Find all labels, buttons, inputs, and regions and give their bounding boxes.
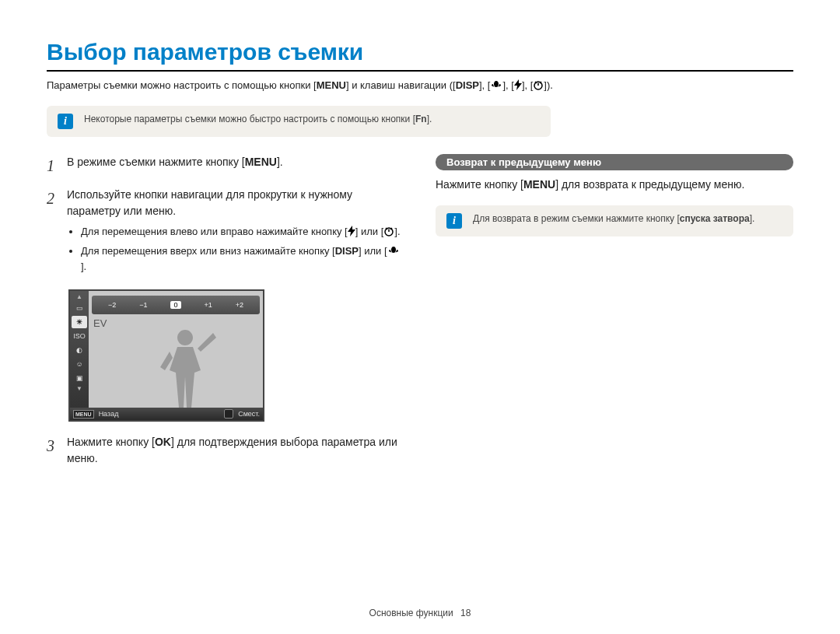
- page-footer: Основные функции 18: [0, 608, 840, 618]
- top-note-suffix: ].: [427, 114, 432, 124]
- ev-tick: −2: [108, 301, 116, 309]
- intro-prefix: Параметры съемки можно настроить с помощ…: [47, 79, 317, 91]
- scroll-down-arrow: ▼: [76, 386, 82, 392]
- intro-sep2: ], [: [502, 79, 513, 91]
- disp-button-label: DISP: [456, 79, 479, 91]
- step-3: 3 Нажмите кнопку [OK] для подтверждения …: [47, 434, 404, 467]
- macro-icon: [490, 79, 502, 90]
- right-note-box: i Для возврата в режим съемки нажмите кн…: [436, 205, 793, 236]
- b1-suffix: ].: [394, 226, 400, 237]
- step-2-body: Используйте кнопки навигации для прокрут…: [67, 187, 404, 281]
- intro-sep1: ], [: [479, 79, 490, 91]
- step-2-sublist: Для перемещения влево или вправо нажимай…: [81, 224, 404, 275]
- ev-tick: −1: [139, 301, 147, 309]
- step-1-number: 1: [47, 154, 59, 177]
- step-1: 1 В режиме съемки нажмите кнопку [MENU].: [47, 154, 404, 177]
- top-note-text: Некоторые параметры съемки можно быстро …: [84, 114, 432, 124]
- note-icon: i: [446, 213, 462, 229]
- top-note-prefix: Некоторые параметры съемки можно быстро …: [84, 114, 415, 124]
- return-heading: Возврат к предыдущему меню: [436, 154, 793, 170]
- page-title: Выбор параметров съемки: [47, 39, 793, 72]
- menu-button-label: MENU: [245, 156, 277, 168]
- left-column: 1 В режиме съемки нажмите кнопку [MENU].…: [47, 154, 404, 477]
- two-column-layout: 1 В режиме съемки нажмите кнопку [MENU].…: [47, 154, 793, 477]
- right-column: Возврат к предыдущему меню Нажмите кнопк…: [436, 154, 793, 477]
- step-1-prefix: В режиме съемки нажмите кнопку [: [67, 156, 245, 168]
- intro-paragraph: Параметры съемки можно настроить с помощ…: [47, 78, 793, 93]
- top-note-box: i Некоторые параметры съемки можно быстр…: [47, 106, 551, 137]
- ev-tick: +2: [236, 301, 243, 309]
- fn-button-label: Fn: [415, 114, 427, 124]
- b1-prefix: Для перемещения влево или вправо нажимай…: [81, 226, 348, 237]
- return-text: Нажмите кнопку [MENU] для возврата к пре…: [436, 177, 793, 193]
- screen-sidebar: ▲ ▭ ☀ ISO ◐ ☺ ▣ ▼: [70, 291, 89, 408]
- footer-back-label: Назад: [99, 410, 119, 418]
- footer-move-label: Смест.: [238, 410, 260, 418]
- right-note-prefix: Для возврата в режим съемки нажмите кноп…: [473, 213, 680, 224]
- timer-icon: [533, 79, 544, 90]
- ev-scale-bar: −2 −1 0 +1 +2: [92, 296, 260, 314]
- side-item-face: ☺: [72, 358, 87, 370]
- flash-icon: [348, 226, 355, 236]
- return-suffix: ] для возврата к предыдущему меню.: [555, 178, 744, 191]
- step-3-body: Нажмите кнопку [OK] для подтверждения вы…: [67, 434, 404, 467]
- flash-icon: [514, 79, 522, 90]
- step-2: 2 Используйте кнопки навигации для прокр…: [47, 187, 404, 281]
- menu-button-label: MENU: [523, 178, 555, 191]
- footer-menu-chip: MENU: [73, 410, 94, 419]
- menu-button-label: MENU: [317, 79, 346, 91]
- step-1-body: В режиме съемки нажмите кнопку [MENU].: [67, 154, 404, 177]
- step-3-prefix: Нажмите кнопку [: [67, 436, 155, 448]
- svg-marker-3: [348, 226, 355, 236]
- side-item-iso: ISO: [72, 330, 87, 342]
- ev-label: EV: [93, 317, 107, 329]
- right-note-suffix: ].: [750, 213, 755, 224]
- intro-sep3: ], [: [522, 79, 533, 91]
- footer-section: Основные функции: [369, 608, 453, 618]
- svg-marker-0: [514, 79, 522, 90]
- b2-prefix: Для перемещения вверх или вниз нажимайте…: [81, 245, 335, 257]
- ok-button-label: OK: [155, 436, 171, 448]
- return-prefix: Нажмите кнопку [: [436, 178, 523, 191]
- screen-canvas: −2 −1 0 +1 +2 EV: [89, 291, 263, 408]
- ev-tick-selected: 0: [170, 301, 180, 309]
- step-2-bullet-1: Для перемещения влево или вправо нажимай…: [81, 224, 404, 240]
- footer-nav-chip: [224, 409, 233, 419]
- intro-end: ]).: [544, 79, 553, 91]
- side-item-size: ▭: [72, 302, 87, 314]
- person-silhouette: [138, 314, 232, 408]
- side-item-ev-selected: ☀: [72, 316, 87, 328]
- step-2-number: 2: [47, 187, 59, 281]
- note-icon: i: [58, 114, 73, 129]
- step-2-bullet-2: Для перемещения вверх или вниз нажимайте…: [81, 243, 404, 274]
- side-item-wb: ◐: [72, 344, 87, 356]
- scroll-up-arrow: ▲: [76, 294, 82, 300]
- right-note-text: Для возврата в режим съемки нажмите кноп…: [473, 213, 754, 224]
- page-number: 18: [460, 608, 471, 618]
- ev-tick: +1: [204, 301, 212, 309]
- step-1-suffix: ].: [277, 156, 283, 168]
- b1-mid: ] или [: [355, 226, 384, 237]
- camera-screen-illustration: ▲ ▭ ☀ ISO ◐ ☺ ▣ ▼ −2 −1 0 +1 +2: [68, 289, 264, 422]
- shutter-button-label: спуска затвора: [680, 213, 750, 224]
- step-2-text: Используйте кнопки навигации для прокрут…: [67, 188, 352, 217]
- b2-suffix: ].: [81, 261, 86, 272]
- macro-icon: [387, 245, 400, 256]
- timer-icon: [383, 226, 394, 236]
- side-item-metering: ▣: [72, 372, 87, 384]
- manual-page: Выбор параметров съемки Параметры съемки…: [0, 0, 840, 634]
- intro-mid: ] и клавиш навигации ([: [346, 79, 456, 91]
- b2-mid: ] или [: [359, 245, 387, 257]
- step-3-number: 3: [47, 434, 59, 467]
- disp-button-label: DISP: [335, 245, 359, 257]
- screen-footer-bar: MENU Назад Смест.: [70, 408, 263, 420]
